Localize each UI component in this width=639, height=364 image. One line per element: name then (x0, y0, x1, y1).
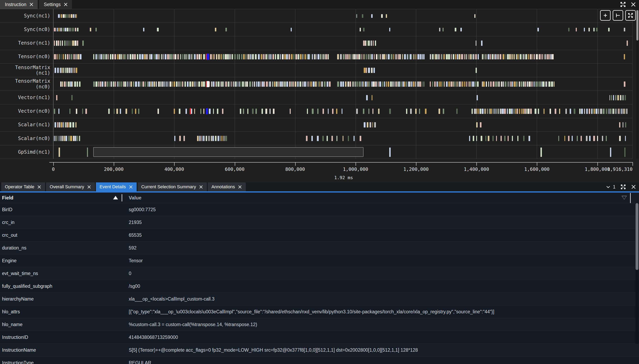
event-bar[interactable] (150, 82, 152, 87)
event-bar[interactable] (197, 82, 198, 87)
event-bar[interactable] (480, 109, 481, 114)
event-bar[interactable] (68, 122, 69, 128)
event-bar[interactable] (451, 54, 452, 60)
track-row-tensormatrix-nc0[interactable]: TensorMatrix (nc0) (0, 77, 632, 91)
event-bar[interactable] (422, 54, 423, 60)
event-bar[interactable] (308, 82, 308, 87)
event-bar[interactable] (371, 68, 372, 73)
event-bar[interactable] (342, 82, 344, 87)
event-bar[interactable] (222, 109, 224, 114)
event-bar[interactable] (336, 109, 337, 114)
event-bar[interactable] (70, 28, 70, 32)
event-bar[interactable] (498, 54, 499, 60)
event-bar[interactable] (469, 82, 470, 87)
event-bar[interactable] (367, 82, 368, 87)
event-bar[interactable] (457, 54, 458, 60)
event-bar[interactable] (101, 54, 102, 60)
event-bar[interactable] (522, 54, 522, 60)
event-bar[interactable] (293, 54, 294, 60)
event-bar[interactable] (532, 54, 532, 60)
event-bar[interactable] (442, 82, 443, 87)
event-bar[interactable] (132, 54, 134, 60)
event-bar[interactable] (481, 40, 483, 46)
event-bar[interactable] (118, 82, 120, 87)
event-bar[interactable] (591, 109, 592, 114)
event-bar[interactable] (273, 109, 274, 114)
event-bar[interactable] (375, 40, 376, 46)
event-bar[interactable] (71, 28, 72, 32)
event-bar[interactable] (322, 54, 324, 60)
event-bar[interactable] (142, 82, 144, 87)
event-bar[interactable] (159, 54, 160, 60)
event-bar[interactable] (58, 109, 60, 114)
event-bar[interactable] (222, 136, 222, 141)
event-bar[interactable] (362, 14, 363, 18)
event-bar[interactable] (627, 40, 628, 46)
close-icon[interactable] (37, 185, 41, 189)
event-bar[interactable] (373, 40, 374, 46)
event-bar[interactable] (345, 54, 347, 60)
event-bar[interactable] (366, 40, 368, 46)
event-bar[interactable] (289, 82, 291, 87)
event-bar[interactable] (372, 109, 374, 114)
event-bar[interactable] (225, 54, 227, 60)
event-bar[interactable] (105, 54, 106, 60)
event-bar[interactable] (322, 136, 324, 141)
event-bar[interactable] (409, 82, 410, 87)
event-bar[interactable] (554, 82, 554, 87)
event-bar[interactable] (500, 136, 502, 141)
event-bar[interactable] (174, 109, 175, 114)
event-bar[interactable] (624, 54, 625, 60)
event-bar[interactable] (413, 82, 415, 87)
event-bar[interactable] (307, 109, 308, 114)
event-bar[interactable] (312, 82, 315, 87)
event-bar[interactable] (266, 54, 268, 60)
event-bar[interactable] (68, 68, 70, 73)
event-bar[interactable] (119, 54, 120, 60)
event-bar[interactable] (211, 136, 212, 141)
event-bar[interactable] (63, 54, 64, 60)
event-bar[interactable] (407, 54, 408, 60)
event-bar[interactable] (482, 54, 483, 60)
event-bar[interactable] (76, 109, 77, 114)
event-bar[interactable] (392, 82, 394, 87)
event-bar[interactable] (415, 82, 416, 87)
event-bar[interactable] (200, 109, 201, 114)
event-bar[interactable] (598, 109, 599, 114)
event-bar[interactable] (507, 54, 509, 60)
event-bar[interactable] (203, 109, 204, 114)
event-bar[interactable] (600, 109, 602, 114)
event-bar[interactable] (394, 82, 395, 87)
event-bar[interactable] (194, 54, 196, 60)
event-bar[interactable] (188, 54, 188, 60)
event-bar[interactable] (544, 109, 544, 114)
event-bar[interactable] (123, 54, 124, 60)
event-bar[interactable] (315, 82, 317, 87)
event-bar[interactable] (388, 54, 390, 60)
event-bar[interactable] (520, 82, 522, 87)
event-bar[interactable] (102, 54, 104, 60)
event-bar[interactable] (321, 82, 323, 87)
event-bar[interactable] (488, 136, 489, 141)
event-bar[interactable] (126, 109, 127, 114)
event-bar[interactable] (69, 14, 70, 18)
event-bar[interactable] (611, 95, 612, 100)
event-bar[interactable] (58, 40, 59, 46)
event-bar[interactable] (363, 28, 365, 32)
event-bar[interactable] (574, 109, 575, 114)
event-bar[interactable] (368, 82, 370, 87)
event-bar[interactable] (75, 28, 76, 32)
event-bar[interactable] (227, 54, 229, 60)
event-bar[interactable] (237, 82, 238, 87)
track-row-sync-nc1[interactable]: Sync(nc1) (0, 9, 632, 23)
event-bar[interactable] (336, 136, 338, 141)
event-bar[interactable] (398, 54, 400, 60)
event-bar[interactable] (261, 54, 262, 60)
event-bar[interactable] (282, 82, 284, 87)
event-bar[interactable] (137, 54, 138, 60)
event-bar[interactable] (396, 82, 397, 87)
event-bar[interactable] (525, 54, 527, 60)
event-bar[interactable] (62, 40, 63, 46)
event-bar[interactable] (502, 54, 504, 60)
event-bar[interactable] (439, 28, 440, 32)
